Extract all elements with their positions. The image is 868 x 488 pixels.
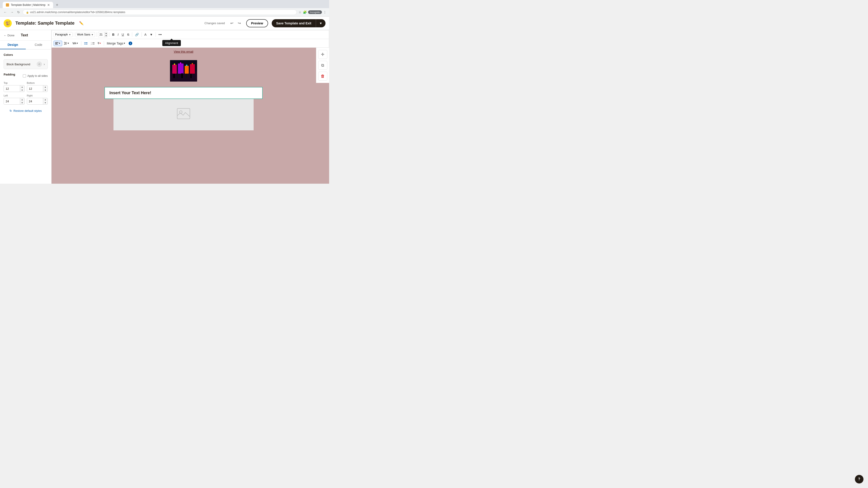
bold-icon: B [112, 33, 114, 36]
text-color-dropdown[interactable]: ▼ [148, 32, 154, 37]
link-button[interactable]: 🔗 [133, 32, 140, 37]
svg-rect-8 [85, 42, 88, 43]
bookmark-button[interactable]: ☆ [299, 10, 302, 14]
line-height-icon [64, 42, 67, 45]
clear-format-button[interactable]: T ✕ [96, 41, 103, 46]
right-input[interactable] [27, 98, 43, 104]
align-left-button[interactable]: ▼ [54, 41, 62, 46]
svg-rect-16 [172, 65, 177, 74]
incognito-badge: Incognito [308, 10, 322, 14]
left-spin-up[interactable]: ▲ [20, 98, 24, 101]
forward-button[interactable]: → [9, 9, 14, 15]
text-color-dropdown-icon: ▼ [150, 33, 153, 36]
mailchimp-logo: 🐒 [4, 19, 12, 27]
apply-all-checkbox[interactable] [23, 74, 26, 77]
back-button[interactable]: ← [3, 9, 8, 15]
block-background-swatch[interactable]: ⊘ [37, 62, 42, 67]
font-size-control: 21 ▲ ▼ [98, 32, 108, 37]
svg-rect-19 [190, 64, 195, 74]
top-input-wrap: ▲ ▼ [4, 85, 25, 92]
italic-icon: I [118, 33, 119, 36]
svg-rect-25 [177, 74, 178, 78]
email-image-block[interactable] [104, 56, 263, 87]
left-label: Left [4, 94, 25, 97]
tab-title: Template Builder | Mailchimp [11, 3, 45, 6]
address-bar[interactable]: 🔒 us21.admin.mailchimp.com/email/templat… [23, 9, 297, 15]
font-size-up[interactable]: ▲ [104, 32, 107, 35]
image-placeholder-block[interactable] [114, 99, 254, 130]
delete-button[interactable]: 🗑 [318, 72, 327, 80]
ordered-list-button[interactable]: 1. 2. [90, 41, 96, 46]
tab-favicon: 🐵 [6, 3, 9, 6]
extension-button[interactable]: 🧩 [303, 10, 307, 14]
browser-tab[interactable]: 🐵 Template Builder | Mailchimp ✕ [3, 2, 53, 8]
info-button[interactable]: i [127, 41, 133, 46]
bottom-spin-up[interactable]: ▲ [43, 86, 48, 89]
svg-point-22 [186, 65, 187, 66]
align-dropdown-arrow: ▼ [58, 42, 61, 44]
undo-button[interactable]: ↩ [228, 20, 235, 26]
duplicate-button[interactable]: ⧉ [318, 61, 327, 70]
svg-point-23 [192, 63, 193, 64]
redo-button[interactable]: ↪ [236, 20, 243, 26]
text-color-button[interactable]: A [143, 32, 148, 37]
top-spin-up[interactable]: ▲ [20, 86, 24, 89]
line-height-button[interactable]: ▼ [63, 41, 71, 46]
edit-title-icon[interactable]: ✏️ [79, 21, 84, 25]
strikethrough-button[interactable]: S [126, 32, 130, 37]
tab-design[interactable]: Design [0, 41, 26, 49]
done-link[interactable]: ← Done [4, 34, 14, 37]
view-email-link[interactable]: View this email [174, 50, 193, 53]
font-size-down[interactable]: ▼ [104, 35, 107, 37]
bottom-input[interactable] [27, 86, 43, 92]
italic-button[interactable]: I [116, 32, 120, 37]
tab-close-button[interactable]: ✕ [47, 3, 50, 7]
save-template-button[interactable]: Save Template and Exit [272, 19, 316, 27]
reload-button[interactable]: ↻ [16, 9, 21, 15]
sidebar: ← Done Text Design Code Colors Block Bac… [0, 30, 52, 184]
sidebar-tabs: Design Code [0, 41, 51, 50]
restore-button[interactable]: ↻ Restore default styles [4, 109, 48, 112]
new-tab-button[interactable]: + [54, 2, 60, 8]
top-input[interactable] [4, 86, 20, 92]
svg-rect-2 [55, 44, 58, 44]
save-dropdown-button[interactable]: ▼ [316, 19, 326, 27]
svg-text:2.: 2. [91, 43, 92, 45]
text-block[interactable]: Insert Your Text Here! [104, 87, 263, 99]
svg-point-7 [84, 43, 85, 44]
text-toolbar-row1: Paragraph ▼ Work Sans ▼ 21 ▲ ▼ B I U S [52, 30, 329, 39]
delete-icon: 🗑 [321, 74, 325, 78]
merge-tags-button[interactable]: Merge Tags ▼ [105, 41, 127, 46]
svg-point-21 [180, 62, 181, 64]
kerning-button[interactable]: VA ▼ [71, 41, 80, 46]
padding-right-field: Right ▲ ▼ [27, 94, 48, 105]
top-spin: ▲ ▼ [20, 86, 24, 92]
kerning-icon: VA [72, 42, 76, 45]
top-spin-down[interactable]: ▼ [20, 89, 24, 92]
svg-rect-27 [186, 74, 187, 78]
bold-button[interactable]: B [111, 32, 116, 37]
line-height-dropdown: ▼ [67, 42, 69, 44]
move-button[interactable]: ✛ [318, 50, 327, 59]
kerning-dropdown: ▼ [76, 42, 79, 44]
underline-button[interactable]: U [120, 32, 125, 37]
font-size-value: 21 [98, 33, 104, 37]
font-select[interactable]: Work Sans ▼ [75, 32, 95, 37]
left-input-wrap: ▲ ▼ [4, 98, 25, 105]
separator3 [109, 32, 110, 37]
right-spin-up[interactable]: ▲ [43, 98, 48, 101]
unordered-list-button[interactable] [83, 41, 89, 46]
paragraph-select[interactable]: Paragraph ▼ [54, 32, 72, 37]
right-spin-down[interactable]: ▼ [43, 101, 48, 104]
more-options-button[interactable]: ••• [157, 32, 163, 37]
preview-button[interactable]: Preview [246, 19, 268, 27]
restore-label: Restore default styles [13, 109, 41, 112]
menu-button[interactable]: ⋮ [323, 10, 327, 14]
email-topbar: View this email [104, 48, 263, 56]
left-spin-down[interactable]: ▼ [20, 101, 24, 104]
text-color-icon: A [145, 33, 147, 36]
tab-code[interactable]: Code [26, 41, 52, 49]
block-background-row[interactable]: Block Background ⊘ › [4, 59, 48, 69]
left-input[interactable] [4, 98, 20, 104]
bottom-spin-down[interactable]: ▼ [43, 89, 48, 92]
